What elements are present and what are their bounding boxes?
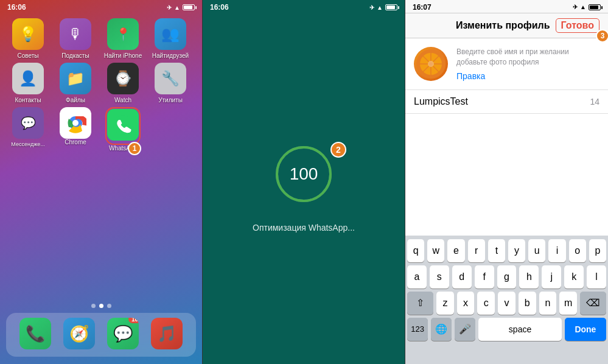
key-q[interactable]: q: [407, 239, 424, 262]
whatsapp-icon: [107, 109, 139, 141]
dot-1: [91, 304, 96, 308]
key-mic[interactable]: 🎤: [455, 318, 475, 341]
key-z[interactable]: z: [436, 292, 454, 315]
app-sovety[interactable]: 💡 Советы: [7, 18, 49, 59]
key-h[interactable]: h: [519, 265, 539, 289]
utilities-label: Утилиты: [158, 97, 183, 103]
chrome-label: Chrome: [65, 139, 86, 145]
phone2-screen: 16:06 ✈ ▲ 100 2 Оптимизация WhatsApp...: [203, 0, 405, 364]
phone2-status-bar: 16:06 ✈ ▲: [203, 0, 405, 13]
sovety-label: Советы: [18, 52, 39, 59]
profile-section: Введите своё имя и при желании добавьте …: [405, 38, 608, 90]
phone1-time: 16:06: [7, 3, 26, 12]
key-f[interactable]: f: [475, 265, 494, 289]
step3-badge: 3: [596, 29, 608, 43]
key-row-1: q w e r t y u i o p: [407, 239, 606, 262]
app-watch[interactable]: ⌚ Watch: [102, 63, 144, 103]
svg-point-12: [428, 61, 434, 67]
nav-done-button[interactable]: Готово: [556, 18, 599, 33]
watch-icon: ⌚: [107, 63, 139, 94]
key-row-4: 123 🌐 🎤 space Done: [407, 318, 606, 341]
key-delete[interactable]: ⌫: [580, 292, 606, 315]
profile-hint: Введите своё имя и при желании добавьте …: [456, 47, 599, 68]
app-contacts[interactable]: 👤 Контакты: [7, 63, 49, 103]
app-podcasts[interactable]: 🎙 Подкасты: [55, 18, 96, 59]
key-y[interactable]: y: [508, 239, 525, 262]
key-v[interactable]: v: [498, 292, 515, 315]
name-row: 14: [405, 90, 608, 114]
dock-safari[interactable]: 🧭: [58, 318, 100, 352]
wifi-icon3: ▲: [580, 4, 586, 10]
dock-phone[interactable]: 📞: [15, 318, 56, 352]
dock-safari-icon: 🧭: [63, 318, 95, 349]
app-chrome[interactable]: Chrome: [55, 107, 96, 152]
key-done[interactable]: Done: [565, 318, 606, 341]
key-l[interactable]: l: [587, 265, 606, 289]
page-dots: [0, 299, 202, 313]
key-p[interactable]: p: [589, 239, 606, 262]
key-e[interactable]: e: [447, 239, 464, 262]
key-globe[interactable]: 🌐: [431, 318, 452, 341]
dot-3: [107, 304, 111, 308]
key-123[interactable]: 123: [407, 318, 428, 341]
dock-phone-icon: 📞: [19, 318, 51, 349]
key-r[interactable]: r: [468, 239, 485, 262]
key-space[interactable]: space: [478, 318, 561, 341]
key-b[interactable]: b: [519, 292, 536, 315]
char-count: 14: [590, 97, 599, 107]
key-j[interactable]: j: [542, 265, 561, 289]
key-s[interactable]: s: [430, 265, 449, 289]
key-u[interactable]: u: [528, 239, 545, 262]
key-d[interactable]: d: [452, 265, 472, 289]
battery-icon3: [589, 4, 601, 10]
phone3-time: 16:07: [413, 3, 432, 12]
airplane-icon3: ✈: [573, 4, 578, 10]
utilities-icon: 🔧: [155, 63, 186, 94]
dock-messages[interactable]: 💬 10: [102, 318, 144, 352]
dock-music[interactable]: 🎵: [146, 318, 187, 352]
profile-edit-link[interactable]: Правка: [456, 71, 599, 81]
key-shift[interactable]: ⇧: [407, 292, 433, 315]
name-input[interactable]: [414, 96, 590, 107]
phone1-status-icons: ✈ ▲: [167, 4, 195, 11]
keyboard-area: q w e r t y u i o p a s d f g h j k l ⇧ …: [405, 236, 608, 365]
battery-icon: [183, 4, 195, 10]
key-o[interactable]: o: [569, 239, 586, 262]
podcasts-icon: 🎙: [60, 18, 91, 50]
step1-badge: 1: [128, 142, 141, 155]
progress-container: 100 2: [273, 144, 334, 205]
findpeople-label: Найтидрузей: [152, 52, 189, 59]
progress-value: 100: [290, 164, 318, 184]
key-t[interactable]: t: [488, 239, 505, 262]
key-c[interactable]: c: [477, 292, 495, 315]
key-m[interactable]: m: [559, 292, 577, 315]
app-utilities[interactable]: 🔧 Утилиты: [150, 63, 191, 103]
key-k[interactable]: k: [564, 265, 584, 289]
phone3-status-icons: ✈ ▲: [573, 4, 601, 10]
sovety-icon: 💡: [12, 18, 44, 50]
loading-content: 100 2 Оптимизация WhatsApp...: [253, 144, 355, 233]
key-w[interactable]: w: [427, 239, 444, 262]
key-i[interactable]: i: [548, 239, 565, 262]
app-findpeople[interactable]: 👥 Найтидрузей: [150, 18, 191, 59]
contacts-icon: 👤: [12, 63, 44, 94]
key-a[interactable]: a: [407, 265, 427, 289]
nav-title: Изменить профиль: [456, 20, 550, 31]
dock: 📞 🧭 💬 10 🎵: [6, 313, 196, 357]
profile-info: Введите своё имя и при желании добавьте …: [456, 47, 599, 81]
phone2-status-icons: ✈ ▲: [369, 4, 397, 11]
app-files[interactable]: 📁 Файлы: [55, 63, 96, 103]
profile-avatar[interactable]: [414, 47, 448, 81]
key-x[interactable]: x: [457, 292, 475, 315]
app-findphone[interactable]: 📍 Найти iPhone: [102, 18, 144, 59]
app-grid: 💡 Советы 🎙 Подкасты 📍 Найти iPhone 👥 Най…: [0, 13, 202, 299]
files-icon: 📁: [60, 63, 91, 94]
key-g[interactable]: g: [497, 265, 517, 289]
app-messenger[interactable]: 💬 Мессендже...: [7, 107, 49, 152]
app-whatsapp[interactable]: WhatsApp 1: [102, 107, 144, 152]
battery-icon2: [385, 4, 397, 10]
messenger-label: Мессендже...: [11, 141, 44, 147]
dock-messages-icon: 💬 10: [107, 318, 139, 349]
phone3-status-bar: 16:07 ✈ ▲: [405, 0, 608, 13]
key-n[interactable]: n: [539, 292, 557, 315]
